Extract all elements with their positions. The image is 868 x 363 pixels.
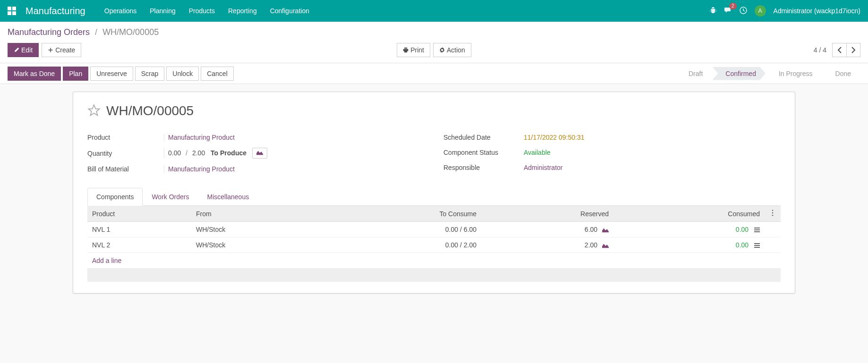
cell-consumed: 0.00 bbox=[613, 222, 765, 237]
breadcrumb: Manufacturing Orders / WH/MO/00005 bbox=[8, 27, 860, 37]
svg-point-2 bbox=[772, 210, 774, 211]
messages-badge: 2 bbox=[729, 3, 737, 9]
step-done[interactable]: Done bbox=[822, 67, 860, 80]
component-status-label: Component Status bbox=[443, 149, 524, 156]
cell-reserved: 2.00 bbox=[481, 237, 613, 253]
responsible-label: Responsible bbox=[443, 164, 524, 171]
table-options-icon[interactable] bbox=[769, 210, 776, 218]
tab-components[interactable]: Components bbox=[87, 188, 143, 206]
cell-from: WH/Stock bbox=[191, 222, 295, 237]
col-from[interactable]: From bbox=[191, 206, 295, 222]
col-reserved[interactable]: Reserved bbox=[481, 206, 613, 222]
create-button[interactable]: Create bbox=[42, 43, 81, 57]
cell-to-consume: 0.00 / 2.00 bbox=[295, 237, 481, 253]
cell-from: WH/Stock bbox=[191, 237, 295, 253]
nav-menu: Operations Planning Products Reporting C… bbox=[104, 7, 309, 15]
scheduled-date-label: Scheduled Date bbox=[443, 134, 524, 141]
cell-product: NVL 2 bbox=[87, 237, 191, 253]
tab-work-orders[interactable]: Work Orders bbox=[143, 188, 198, 205]
add-line-link[interactable]: Add a line bbox=[92, 257, 121, 264]
messages-icon[interactable]: 2 bbox=[724, 7, 732, 16]
table-row[interactable]: NVL 2WH/Stock0.00 / 2.002.00 0.00 bbox=[87, 237, 781, 253]
debug-icon[interactable] bbox=[709, 7, 717, 16]
forecast-button[interactable] bbox=[252, 148, 267, 159]
components-table: Product From To Consume Reserved Consume… bbox=[87, 206, 781, 282]
to-produce-label: To Produce bbox=[211, 149, 247, 157]
status-bar: Mark as Done Plan Unreserve Scrap Unlock… bbox=[0, 63, 868, 84]
bom-value[interactable]: Manufacturing Product bbox=[168, 165, 235, 173]
activities-icon[interactable] bbox=[740, 7, 747, 16]
nav-planning[interactable]: Planning bbox=[150, 7, 176, 15]
app-brand[interactable]: Manufacturing bbox=[26, 6, 85, 17]
svg-point-4 bbox=[772, 215, 774, 216]
quantity-label: Quantity bbox=[87, 150, 168, 157]
status-steps: Draft Confirmed In Progress Done bbox=[681, 67, 860, 80]
cell-to-consume: 0.00 / 6.00 bbox=[295, 222, 481, 237]
scheduled-date-value: 11/17/2022 09:50:31 bbox=[524, 134, 584, 141]
nav-reporting[interactable]: Reporting bbox=[228, 7, 257, 15]
cancel-button[interactable]: Cancel bbox=[201, 67, 234, 81]
tab-misc[interactable]: Miscellaneous bbox=[198, 188, 258, 205]
tabs: Components Work Orders Miscellaneous bbox=[87, 188, 781, 206]
pager-next[interactable] bbox=[846, 43, 860, 57]
product-value[interactable]: Manufacturing Product bbox=[168, 134, 235, 141]
qty-total: 2.00 bbox=[192, 149, 205, 157]
forecast-icon[interactable] bbox=[599, 241, 609, 249]
breadcrumb-current: WH/MO/00005 bbox=[102, 27, 159, 37]
detail-icon[interactable] bbox=[754, 243, 760, 248]
plan-button[interactable]: Plan bbox=[63, 67, 88, 81]
cell-product: NVL 1 bbox=[87, 222, 191, 237]
action-button[interactable]: Action bbox=[433, 43, 471, 57]
form-sheet: WH/MO/00005 Product Manufacturing Produc… bbox=[73, 92, 795, 294]
responsible-value[interactable]: Administrator bbox=[524, 164, 562, 171]
scrap-button[interactable]: Scrap bbox=[135, 67, 165, 81]
favorite-star-icon[interactable] bbox=[87, 104, 101, 118]
record-title: WH/MO/00005 bbox=[106, 103, 194, 118]
print-button[interactable]: Print bbox=[397, 43, 430, 57]
pager-prev[interactable] bbox=[832, 43, 846, 57]
table-row[interactable]: NVL 1WH/Stock0.00 / 6.006.00 0.00 bbox=[87, 222, 781, 237]
nav-configuration[interactable]: Configuration bbox=[270, 7, 309, 15]
control-panel: Manufacturing Orders / WH/MO/00005 Edit … bbox=[0, 22, 868, 63]
col-consumed[interactable]: Consumed bbox=[613, 206, 765, 222]
product-label: Product bbox=[87, 134, 168, 141]
apps-icon[interactable] bbox=[8, 7, 16, 15]
unlock-button[interactable]: Unlock bbox=[166, 67, 199, 81]
col-product[interactable]: Product bbox=[87, 206, 191, 222]
forecast-icon[interactable] bbox=[599, 226, 609, 233]
bom-label: Bill of Material bbox=[87, 165, 168, 173]
step-draft[interactable]: Draft bbox=[681, 67, 712, 80]
svg-marker-1 bbox=[88, 105, 99, 115]
svg-point-3 bbox=[772, 212, 774, 214]
user-avatar[interactable]: A bbox=[755, 5, 766, 17]
step-in-progress[interactable]: In Progress bbox=[766, 67, 822, 80]
step-confirmed[interactable]: Confirmed bbox=[712, 67, 766, 80]
main-navbar: Manufacturing Operations Planning Produc… bbox=[0, 0, 868, 22]
breadcrumb-root[interactable]: Manufacturing Orders bbox=[8, 27, 90, 37]
pager-counter: 4 / 4 bbox=[814, 46, 826, 54]
cell-reserved: 6.00 bbox=[481, 222, 613, 237]
col-to-consume[interactable]: To Consume bbox=[295, 206, 481, 222]
username[interactable]: Administrator (wackp1d7iocn) bbox=[774, 7, 860, 15]
nav-operations[interactable]: Operations bbox=[104, 7, 136, 15]
detail-icon[interactable] bbox=[754, 228, 760, 232]
unreserve-button[interactable]: Unreserve bbox=[90, 67, 133, 81]
edit-button[interactable]: Edit bbox=[8, 43, 39, 57]
cell-consumed: 0.00 bbox=[613, 237, 765, 253]
component-status-value: Available bbox=[524, 149, 551, 156]
qty-done: 0.00 bbox=[168, 149, 181, 157]
nav-products[interactable]: Products bbox=[189, 7, 215, 15]
mark-done-button[interactable]: Mark as Done bbox=[8, 67, 61, 81]
